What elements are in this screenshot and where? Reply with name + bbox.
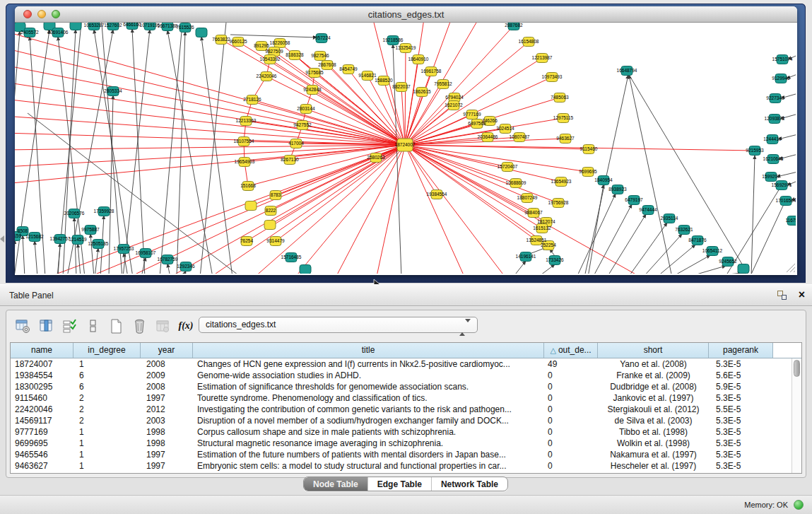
graph-node-label: 9777169	[463, 112, 481, 117]
table-cell: 5.3E-5	[709, 426, 773, 438]
close-panel-icon[interactable]: ×	[799, 288, 805, 302]
tab-label: Node Table	[313, 479, 358, 489]
graph-node-label: 9699695	[579, 169, 597, 174]
table-cell: 49	[544, 358, 598, 370]
table-cell: 1	[73, 449, 141, 460]
graph-edge	[200, 23, 227, 274]
show-column-icon[interactable]	[37, 317, 55, 335]
graph-edge	[702, 273, 741, 274]
table-cell: 5.3E-5	[709, 415, 773, 426]
tab-label: Network Table	[441, 479, 498, 489]
row-height-icon[interactable]	[83, 317, 102, 335]
table-cell: 14569117	[11, 415, 73, 426]
graph-node-label: 8471876	[688, 238, 707, 243]
table-cell: 5.6E-5	[709, 370, 773, 381]
table-row[interactable]: 977716911998Corpus callosum shape and si…	[11, 426, 792, 438]
graph-edge	[577, 194, 616, 274]
graph-node-label: 7957224	[312, 35, 331, 40]
graph-node[interactable]	[245, 201, 257, 211]
column-header-label: in_degree	[88, 345, 125, 355]
delete-table-icon[interactable]	[130, 317, 148, 335]
function-builder-icon[interactable]: f(x)	[177, 317, 195, 335]
table-cell: 0	[544, 438, 598, 449]
graph-node-label: 16210643	[763, 156, 784, 161]
window-resize-grip[interactable]	[787, 264, 795, 272]
graph-node[interactable]	[264, 221, 276, 230]
table-cell: 1	[73, 438, 141, 449]
table-row[interactable]: 1872400712008Changes of HCN gene express…	[11, 358, 792, 370]
table-cell: 5.3E-5	[709, 358, 773, 370]
import-table-icon[interactable]	[153, 317, 172, 335]
graph-edge	[405, 48, 406, 145]
hidden-panel-arrow-icon[interactable]	[0, 235, 4, 243]
graph-edge	[58, 243, 60, 274]
select-columns-icon[interactable]	[60, 317, 78, 335]
network-window-titlebar[interactable]: citations_edges.txt	[15, 6, 797, 23]
table-cell: 1998	[141, 426, 193, 438]
graph-node-label: 17957253	[114, 246, 134, 251]
table-cell: Wolkin et al. (1998)	[598, 438, 709, 449]
graph-node-label: 10807487	[510, 134, 530, 139]
graph-node-label: 746266	[482, 118, 498, 123]
graph-node-label: 19654903	[235, 159, 255, 164]
column-header-label: name	[31, 345, 52, 355]
graph-edge	[15, 116, 405, 145]
graph-node-label: 8186328	[286, 52, 304, 57]
tab-edge-table[interactable]: Edge Table	[367, 477, 431, 491]
column-header-in-degree[interactable]: in_degree	[73, 343, 141, 358]
tab-node-table[interactable]: Node Table	[304, 477, 367, 491]
graph-node[interactable]	[70, 23, 81, 30]
graph-node-label: 7955812	[434, 81, 452, 86]
scrollbar-thumb[interactable]	[794, 360, 800, 377]
column-header-name[interactable]: name	[11, 343, 73, 358]
table-row[interactable]: 1456911722003Disruption of a novel membe…	[11, 415, 792, 426]
graph-edge	[628, 74, 750, 274]
memory-status-indicator[interactable]	[794, 500, 804, 510]
table-row[interactable]: 1938455462009Genome-wide association stu…	[11, 370, 792, 381]
column-header-year[interactable]: year	[141, 343, 193, 358]
table-row[interactable]: 946362711997Embryonic stem cells: a mode…	[11, 460, 792, 472]
graph-node-label: 1599207	[762, 174, 780, 179]
graph-node[interactable]	[300, 265, 311, 274]
vertical-scrollbar[interactable]	[792, 358, 801, 473]
table-row[interactable]: 946554611997Estimation of the future num…	[11, 449, 792, 460]
graph-node-label: 17016504	[776, 198, 796, 203]
sort-ascending-icon: △	[550, 346, 555, 354]
graph-node-label: 2803144	[297, 106, 315, 111]
table-toolbar: f(x)	[13, 315, 195, 337]
table-cell: Yano et al. (2008)	[598, 358, 709, 370]
table-row[interactable]: 1830029562008Estimation of significance …	[11, 381, 792, 392]
graph-node-label: 12093872	[765, 116, 785, 121]
table-body[interactable]: 1872400712008Changes of HCN gene express…	[11, 358, 792, 473]
network-canvas[interactable]: 2405572206914061065328715276026466160107…	[15, 23, 796, 274]
column-header-short[interactable]: short	[598, 343, 709, 358]
graph-node-label: 16961758	[421, 69, 442, 74]
table-cell: 22420046	[11, 404, 73, 415]
graph-node-label: 12975115	[553, 115, 574, 120]
graph-node-label: 2718126	[243, 97, 261, 102]
column-header-title[interactable]: title	[193, 343, 544, 358]
graph-node[interactable]	[196, 28, 207, 37]
table-panel-body: f(x) citations_edges.txt namein_degreeye…	[0, 307, 812, 495]
graph-edge	[132, 29, 145, 274]
table-row[interactable]: 911546021997Tourette syndrome. Phenomeno…	[11, 392, 792, 404]
graph-node[interactable]	[738, 264, 749, 274]
column-header-pagerank[interactable]: pagerank	[709, 343, 773, 358]
graph-node-label: 8454749	[339, 66, 358, 71]
graph-node-label: 18640910	[408, 57, 429, 62]
table-cell: Tourette syndrome. Phenomenology and cla…	[193, 392, 544, 404]
table-selector-dropdown[interactable]: citations_edges.txt	[199, 317, 478, 333]
table-row[interactable]: 969969511998Structural magnetic resonanc…	[11, 438, 792, 449]
tab-network-table[interactable]: Network Table	[431, 477, 507, 491]
table-cell: 9777169	[11, 426, 73, 438]
graph-edge	[15, 145, 405, 150]
create-table-icon[interactable]	[107, 317, 125, 335]
column-settings-icon[interactable]	[13, 317, 32, 335]
table-cell: 0	[544, 460, 598, 472]
float-panel-icon[interactable]	[777, 291, 787, 300]
graph-node-label: 33159	[15, 233, 21, 238]
graph-node-label: 9827509	[265, 49, 283, 54]
table-row[interactable]: 2242004622012Investigating the contribut…	[11, 404, 792, 415]
column-header-out-de[interactable]: △out_de...	[544, 343, 598, 358]
graph-edge	[657, 245, 695, 274]
